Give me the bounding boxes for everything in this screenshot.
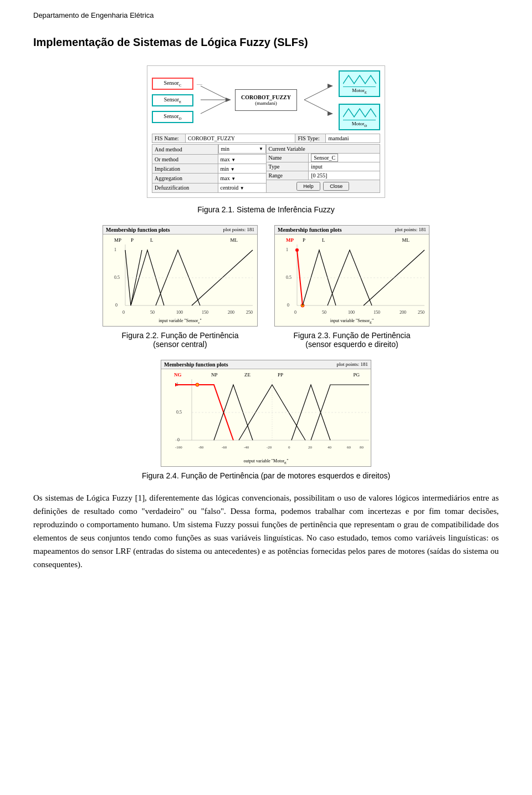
cv-range-value: [0 255] <box>309 171 380 180</box>
methods-section: And method min▼ Or method max ▼ Implicat… <box>152 144 380 193</box>
plot-points-label-2-4: plot points: 181 <box>336 361 368 367</box>
svg-text:0: 0 <box>294 310 296 315</box>
mf-plot-header-2-3: Membership function plots plot points: 1… <box>275 226 429 235</box>
svg-text:250: 250 <box>246 310 253 315</box>
svg-line-0 <box>201 86 228 100</box>
svg-text:-40: -40 <box>244 445 249 450</box>
svg-text:0.5: 0.5 <box>114 275 120 280</box>
svg-text:50: 50 <box>150 310 155 315</box>
close-button[interactable]: Close <box>323 182 349 191</box>
svg-marker-6 <box>328 84 333 88</box>
x-axis-label-2-4: output variable "MotorE" <box>161 458 371 465</box>
figure-2-3-item: Membership function plots plot points: 1… <box>274 225 429 349</box>
defuzz-value: centroid ▼ <box>218 183 266 192</box>
svg-text:1: 1 <box>114 247 116 252</box>
figure-2-4-caption: Figura 2.4. Função de Pertinência (par d… <box>142 471 390 480</box>
svg-marker-7 <box>328 111 333 116</box>
svg-text:100: 100 <box>176 310 183 315</box>
svg-text:50: 50 <box>322 310 326 315</box>
label-l-2-3: L <box>322 237 325 243</box>
svg-text:200: 200 <box>400 310 406 315</box>
main-paragraph: Os sistemas de Lógica Fuzzy [1], diferen… <box>33 491 499 571</box>
svg-text:0: 0 <box>287 303 289 308</box>
figure-2-2-plot: Membership function plots plot points: 1… <box>103 225 258 327</box>
svg-text:20: 20 <box>308 445 313 450</box>
x-axis-label-2-2: input variable "Sensorc" <box>103 318 257 324</box>
help-button[interactable]: Help <box>296 182 320 191</box>
fis-name: COROBOT_FUZZY <box>241 94 291 100</box>
figure-row-2-2-2-3: Membership function plots plot points: 1… <box>33 225 499 349</box>
motor-d-box: MotorD <box>339 104 380 130</box>
aggregation-label: Aggregation <box>152 174 218 183</box>
corobot-fuzzy-box: COROBOT_FUZZY (mamdani) <box>235 89 297 111</box>
plot-points-label-2-2: plot points: 181 <box>223 227 254 232</box>
page-title: Implementação de Sistemas de Lógica Fuzz… <box>33 36 499 49</box>
figure-2-2-caption: Figura 2.2. Função de Pertinência (senso… <box>122 331 239 349</box>
mf-plot-header-2-2: Membership function plots plot points: 1… <box>103 226 257 235</box>
fis-properties-table: FIS Name: COROBOT_FUZZY FIS Type: mamdan… <box>152 134 380 143</box>
implication-value: min ▼ <box>218 164 266 174</box>
svg-text:200: 200 <box>228 310 234 315</box>
svg-text:0.5: 0.5 <box>176 410 182 415</box>
svg-text:40: 40 <box>328 445 332 450</box>
svg-text:0: 0 <box>122 310 125 315</box>
cv-name-label: Name <box>266 153 309 162</box>
svg-line-2 <box>201 100 228 114</box>
svg-marker-3 <box>226 98 231 102</box>
label-mp-2-3: MP <box>286 237 294 243</box>
svg-text:80: 80 <box>360 445 364 450</box>
label-np-2-4: NP <box>211 372 218 378</box>
svg-text:-60: -60 <box>222 445 227 450</box>
svg-text:150: 150 <box>202 310 208 315</box>
svg-text:150: 150 <box>374 310 380 315</box>
mf-plot-header-2-4: Membership function plots plot points: 1… <box>161 360 371 369</box>
cv-range-label: Range <box>266 171 309 180</box>
svg-text:0: 0 <box>115 303 117 308</box>
fis-diagram: SensorC — SensorE SensorD <box>147 65 385 198</box>
mf-header-title-2-2: Membership function plots <box>106 227 170 233</box>
svg-text:250: 250 <box>418 310 424 315</box>
label-pp-2-4: PP <box>278 372 283 378</box>
mf-header-title-2-4: Membership function plots <box>164 361 228 368</box>
mf-header-title-2-3: Membership function plots <box>278 227 342 233</box>
and-method-label: And method <box>152 144 218 155</box>
or-method-value: max ▼ <box>218 155 266 164</box>
or-method-label: Or method <box>152 155 218 164</box>
svg-point-31 <box>295 248 299 252</box>
label-ng-2-4: NG <box>174 372 182 378</box>
figure-2-3-plot: Membership function plots plot points: 1… <box>274 225 429 327</box>
svg-text:-80: -80 <box>198 445 204 450</box>
label-mp-2-2: MP <box>114 237 121 243</box>
cv-type-value: input <box>309 162 380 171</box>
fis-type-label: (mamdani) <box>241 100 291 106</box>
svg-text:0.5: 0.5 <box>286 275 291 280</box>
fis-type-value: mamdani <box>326 134 380 142</box>
x-axis-label-2-3: input variable "SensorE" <box>275 318 429 324</box>
mf-svg-2-2: 1 0.5 0 0 50 100 150 200 250 <box>114 244 255 322</box>
svg-text:0: 0 <box>177 437 180 442</box>
motor-e-box: MotorE <box>339 70 380 97</box>
help-close-row: Help Close <box>266 180 380 192</box>
plot-points-label-2-3: plot points: 181 <box>395 227 426 232</box>
figure-2-4-plot: Membership function plots plot points: 1… <box>161 360 371 467</box>
label-l-2-2: L <box>150 237 154 243</box>
current-variable-table: Current Variable Name Sensor_C Type inpu… <box>266 144 381 193</box>
fis-type-label: FIS Type: <box>295 134 326 142</box>
fis-name-label: FIS Name: <box>152 134 186 142</box>
mf-svg-2-3: 1 0.5 0 0 50 100 150 200 250 <box>286 244 427 322</box>
department-header: Departamento de Engenharia Elétrica <box>33 11 499 19</box>
and-method-value: min▼ <box>218 144 266 154</box>
current-variable-header: Current Variable <box>266 144 380 153</box>
sensor-c-box: SensorC — <box>152 78 193 90</box>
figure-2-3-caption: Figura 2.3. Função de Pertinência (senso… <box>294 331 411 349</box>
figure-2-2-item: Membership function plots plot points: 1… <box>103 225 258 349</box>
svg-point-50 <box>196 383 199 386</box>
svg-text:-100: -100 <box>175 445 182 450</box>
label-p-2-2: P <box>131 237 134 243</box>
figure-2-1-container: SensorC — SensorE SensorD <box>33 65 499 214</box>
svg-text:1: 1 <box>286 247 288 252</box>
label-ze-2-4: ZE <box>244 372 250 378</box>
figure-2-1-caption: Figura 2.1. Sistema de Inferência Fuzzy <box>197 205 334 214</box>
svg-text:60: 60 <box>347 445 351 450</box>
aggregation-value: max ▼ <box>218 174 266 183</box>
